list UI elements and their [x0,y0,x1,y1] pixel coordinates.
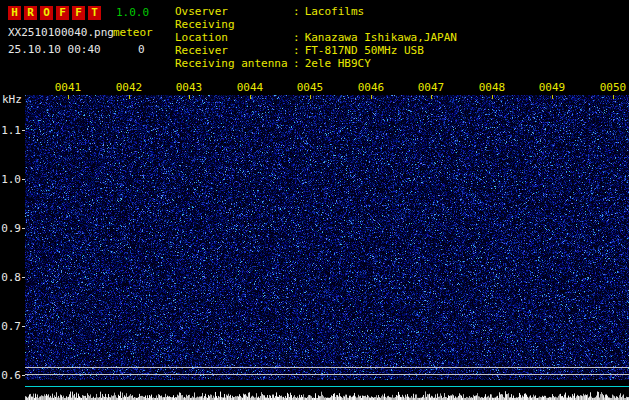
info-separator: : [293,5,300,18]
time-axis-label: 0042 [114,81,144,94]
info-value: Kanazawa Ishikawa,JAPAN [305,31,457,44]
freq-axis-label: 0.6 [0,369,21,382]
time-tick [552,95,553,99]
freq-axis-label: 1.0 [0,173,21,186]
logo-letter: R [24,6,37,20]
hrofft-window: H R O F F T 1.0.0 XX2510100040.png meteo… [0,0,629,400]
freq-axis-label: 0.9 [0,222,21,235]
app-version: 1.0.0 [116,6,149,20]
time-axis-label: 0048 [477,81,507,94]
logo-letter: O [40,6,53,20]
spectrogram-canvas [25,95,629,380]
logo-letter: F [72,6,85,20]
time-axis-label: 0041 [53,81,83,94]
info-row: Receiving antenna:2ele HB9CY [175,57,457,70]
time-tick [189,95,190,99]
time-tick [129,95,130,99]
freq-axis-label: 0.8 [0,271,21,284]
info-label: Receiving antenna [175,57,293,70]
reference-line-upper [25,367,629,368]
reference-line-lower [25,374,629,375]
info-label: Receiver [175,44,293,57]
signal-level-line [25,386,629,387]
time-axis-label: 0045 [295,81,325,94]
time-tick [371,95,372,99]
app-logo: H R O F F T 1.0.0 [8,6,149,20]
observer-info-block: Ovserver:Lacofilms Receiving Location:Ka… [175,5,457,70]
time-axis-label: 0043 [174,81,204,94]
info-value: 2ele HB9CY [305,57,371,70]
info-separator: : [293,31,300,44]
info-row: Receiving Location:Kanazawa Ishikawa,JAP… [175,18,457,44]
time-tick [613,95,614,99]
freq-axis-label: 1.1 [0,124,21,137]
khz-unit-label: kHz [2,93,22,106]
time-tick [431,95,432,99]
info-separator: : [293,57,300,70]
info-separator: : [293,44,300,57]
time-axis-label: 0044 [235,81,265,94]
info-label: Receiving Location [175,18,293,44]
time-tick [68,95,69,99]
time-axis-label: 0050 [598,81,628,94]
output-filename: XX2510100040.png [8,26,114,39]
time-axis-label: 0049 [537,81,567,94]
freq-axis-label: 0.7 [0,320,21,333]
time-axis-label: 0046 [356,81,386,94]
record-datetime: 25.10.10 00:40 [8,43,101,56]
info-label: Ovserver [175,5,293,18]
time-axis-label: 0047 [416,81,446,94]
time-tick [250,95,251,99]
info-value: Lacofilms [305,5,365,18]
info-row: Receiver:FT-817ND 50MHz USB [175,44,457,57]
info-row: Ovserver:Lacofilms [175,5,457,18]
time-tick [310,95,311,99]
logo-letter: T [88,6,101,20]
time-tick [492,95,493,99]
logo-letter: F [56,6,69,20]
mode-label: meteor [113,26,153,39]
logo-letter: H [8,6,21,20]
meteor-count: 0 [138,43,145,56]
noise-floor-trace-canvas [25,388,629,400]
info-value: FT-817ND 50MHz USB [305,44,424,57]
